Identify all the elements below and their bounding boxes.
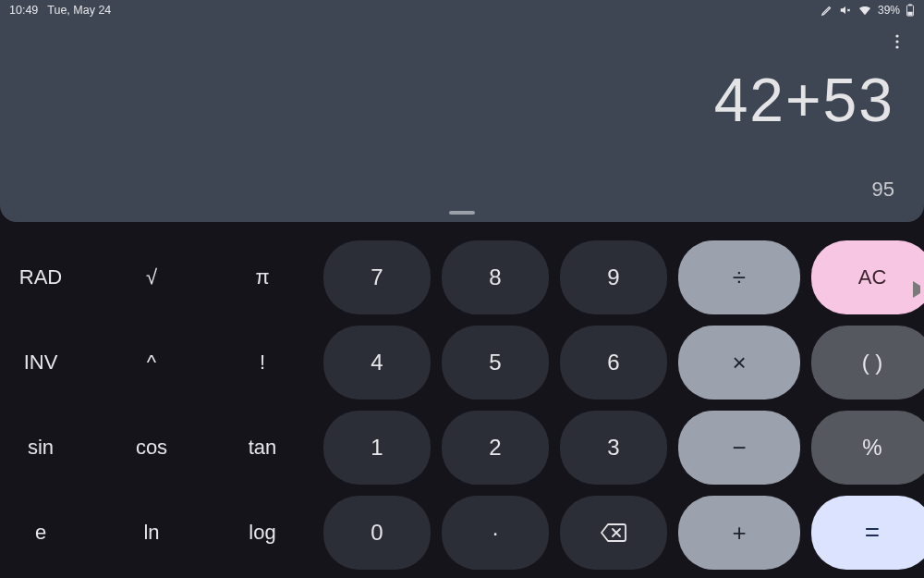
ac-button[interactable]: AC [811, 240, 924, 314]
result-preview: 95 [872, 178, 894, 202]
cos-button[interactable]: cos [102, 411, 201, 485]
digit-3-button[interactable]: 3 [560, 411, 667, 485]
digit-7-button[interactable]: 7 [323, 240, 431, 314]
power-button[interactable]: ^ [102, 326, 201, 400]
digit-0-button[interactable]: 0 [323, 496, 431, 570]
digit-9-button[interactable]: 9 [560, 240, 667, 314]
multiply-button[interactable]: × [678, 326, 800, 400]
mute-icon [839, 4, 852, 17]
svg-rect-1 [908, 4, 912, 6]
status-time: 10:49 [9, 4, 38, 17]
edge-stylus-handle[interactable] [913, 281, 922, 298]
wifi-icon [857, 4, 872, 17]
sqrt-button[interactable]: √ [102, 240, 201, 314]
decimal-button[interactable]: · [442, 496, 549, 570]
ln-button[interactable]: ln [102, 496, 201, 570]
subtract-button[interactable]: − [678, 411, 800, 485]
svg-point-3 [895, 34, 898, 37]
digit-1-button[interactable]: 1 [323, 411, 431, 485]
digit-8-button[interactable]: 8 [442, 240, 549, 314]
display-area: 42+53 95 [0, 20, 924, 222]
backspace-icon [600, 523, 627, 543]
svg-rect-2 [907, 12, 912, 16]
stylus-icon [821, 4, 833, 17]
digit-5-button[interactable]: 5 [442, 326, 549, 400]
keypad: RAD √ π 7 8 9 ÷ AC INV ^ ! 4 5 6 × ( ) s… [0, 222, 924, 578]
more-vert-icon [895, 34, 899, 49]
battery-icon [906, 4, 915, 17]
rad-button[interactable]: RAD [0, 240, 91, 314]
add-button[interactable]: + [678, 496, 800, 570]
svg-point-4 [895, 40, 898, 43]
drag-handle[interactable] [449, 211, 475, 215]
status-right: 39% [821, 4, 915, 17]
equals-button[interactable]: = [811, 496, 924, 570]
status-bar: 10:49 Tue, May 24 39% [0, 0, 924, 20]
digit-6-button[interactable]: 6 [560, 326, 667, 400]
divide-button[interactable]: ÷ [678, 240, 800, 314]
backspace-button[interactable] [560, 496, 667, 570]
pi-button[interactable]: π [213, 240, 312, 314]
log-button[interactable]: log [213, 496, 312, 570]
expression-display[interactable]: 42+53 [714, 65, 894, 135]
stylus-handle-icon [913, 281, 922, 298]
digit-4-button[interactable]: 4 [323, 326, 431, 400]
factorial-button[interactable]: ! [213, 326, 312, 400]
svg-point-5 [895, 45, 898, 48]
digit-2-button[interactable]: 2 [442, 411, 549, 485]
battery-percent: 39% [878, 4, 900, 17]
inv-button[interactable]: INV [0, 326, 91, 400]
overflow-menu-button[interactable] [887, 31, 907, 52]
paren-button[interactable]: ( ) [811, 326, 924, 400]
e-button[interactable]: e [0, 496, 91, 570]
status-date: Tue, May 24 [47, 4, 111, 17]
tan-button[interactable]: tan [213, 411, 312, 485]
sin-button[interactable]: sin [0, 411, 91, 485]
percent-button[interactable]: % [811, 411, 924, 485]
